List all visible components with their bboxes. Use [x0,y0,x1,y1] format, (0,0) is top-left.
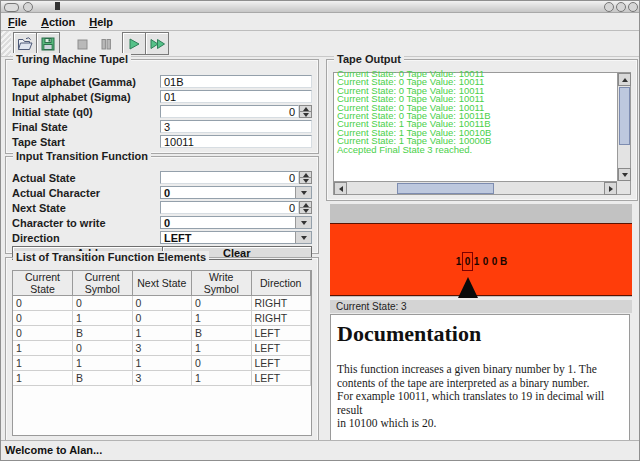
table-cell[interactable]: 0 [192,296,252,311]
vertical-scrollbar-thumb[interactable] [619,87,630,145]
window-maximize-button[interactable] [616,2,626,12]
table-cell[interactable]: 0 [192,356,252,371]
table-cell[interactable]: 1 [13,371,73,386]
form-row-tape-alphabet-gamma: Tape alphabet (Gamma)01B [12,74,312,89]
column-header-current-state[interactable]: Current State [13,271,73,296]
spinner-up-button[interactable] [299,105,312,112]
tape-output-log[interactable]: Current State: 0 Tape Value: 10011Curren… [334,70,617,181]
field-value: 01B [164,76,184,88]
transition-table: Current StateCurrent SymbolNext StateWri… [13,271,311,386]
form-row-next-state: Next State0 [12,200,312,215]
tape-cell: 0 [490,253,499,270]
table-cell[interactable]: 1 [192,311,252,326]
play-button[interactable] [122,32,146,55]
table-row[interactable]: 1110LEFT [13,356,311,371]
scroll-right-button[interactable] [604,182,617,195]
column-header-current-symbol[interactable]: Current Symbol [73,271,133,296]
table-cell[interactable]: 1 [73,356,133,371]
table-cell[interactable]: 0 [132,296,192,311]
table-cell[interactable]: 1 [132,326,192,341]
spinner-down-button[interactable] [299,178,312,184]
table-cell[interactable]: LEFT [251,341,311,356]
window-shade-button[interactable] [23,2,33,12]
toolbar-drag-handle[interactable] [1,31,11,56]
spinner-value: 0 [289,106,295,118]
menu-action[interactable]: Action [34,15,82,29]
tape-alphabet-gamma-input[interactable]: 01B [160,75,312,88]
table-cell[interactable]: LEFT [251,371,311,386]
final-state-input[interactable]: 3 [160,120,312,133]
table-row[interactable]: 0101RIGHT [13,311,311,326]
horizontal-scrollbar[interactable] [334,181,617,194]
character-to-write-dropdown[interactable]: 0 [160,216,312,229]
table-cell[interactable]: 1 [192,371,252,386]
initial-state-q0-spinner[interactable]: 0 [160,105,312,118]
chevron-down-icon[interactable] [295,232,311,243]
chevron-down-icon[interactable] [295,187,311,198]
table-cell[interactable]: 0 [13,296,73,311]
table-cell[interactable]: B [73,371,133,386]
chevron-down-icon[interactable] [295,217,311,228]
table-cell[interactable]: 1 [192,341,252,356]
play-icon [126,36,142,52]
window-minimize-button[interactable] [604,2,614,12]
spinner-down-button[interactable] [299,208,312,214]
column-header-write-symbol[interactable]: Write Symbol [192,271,252,296]
tape-start-input[interactable]: 10011 [160,135,312,148]
table-cell[interactable]: LEFT [251,356,311,371]
table-cell[interactable]: 0 [73,341,133,356]
fast-forward-button[interactable] [145,32,169,55]
table-cell[interactable]: RIGHT [251,296,311,311]
scroll-down-button[interactable] [618,168,631,181]
table-cell[interactable]: 3 [132,371,192,386]
table-cell[interactable]: 0 [13,326,73,341]
save-button[interactable] [36,32,60,55]
scroll-up-button[interactable] [618,73,631,86]
group-transition-list: List of Transition Function Elements Cur… [5,257,319,442]
spinner-value: 0 [289,202,295,214]
horizontal-scrollbar-track[interactable] [494,182,604,194]
transition-table-scrollpane[interactable]: Current StateCurrent SymbolNext StateWri… [12,270,312,436]
table-cell[interactable]: 1 [13,341,73,356]
spinner-down-button[interactable] [299,112,312,118]
actual-state-spinner[interactable]: 0 [160,171,312,184]
table-cell[interactable]: 0 [73,296,133,311]
table-cell[interactable]: 0 [13,311,73,326]
input-alphabet-sigma-input[interactable]: 01 [160,90,312,103]
column-header-next-state[interactable]: Next State [132,271,192,296]
table-cell[interactable]: 3 [132,341,192,356]
table-cell[interactable]: 1 [73,311,133,326]
vertical-scrollbar-track[interactable] [618,146,630,168]
table-cell[interactable]: 0 [132,311,192,326]
documentation-pane[interactable]: Documentation This function increases a … [330,314,630,441]
menu-file[interactable]: File [1,15,34,29]
table-cell[interactable]: B [192,326,252,341]
table-row[interactable]: 0B1BLEFT [13,326,311,341]
vertical-scrollbar[interactable] [617,73,630,181]
table-cell[interactable]: RIGHT [251,311,311,326]
spinner-up-button[interactable] [299,171,312,178]
dropdown-value: 0 [161,217,295,228]
pause-button [94,32,118,55]
table-cell[interactable]: 1 [13,356,73,371]
field-label: Direction [12,232,160,244]
table-cell[interactable]: LEFT [251,326,311,341]
table-row[interactable]: 0000RIGHT [13,296,311,311]
app-window: FileActionHelp Turing Machine Tupel Tape… [0,0,640,461]
table-row[interactable]: 1031LEFT [13,341,311,356]
open-file-button[interactable] [13,32,37,55]
next-state-spinner[interactable]: 0 [160,201,312,214]
table-cell[interactable]: 1 [132,356,192,371]
menu-help[interactable]: Help [82,15,120,29]
window-menu-button[interactable] [4,3,19,12]
spinner-up-button[interactable] [299,201,312,208]
direction-dropdown[interactable]: LEFT [160,231,312,244]
scroll-left-button[interactable] [334,182,347,195]
horizontal-scrollbar-thumb[interactable] [397,183,494,194]
table-row[interactable]: 1B31LEFT [13,371,311,386]
column-header-direction[interactable]: Direction [251,271,311,296]
actual-character-dropdown[interactable]: 0 [160,186,312,199]
table-cell[interactable]: B [73,326,133,341]
right-column: Tape Output Current State: 0 Tape Value:… [324,57,638,444]
window-close-button[interactable] [628,2,638,12]
